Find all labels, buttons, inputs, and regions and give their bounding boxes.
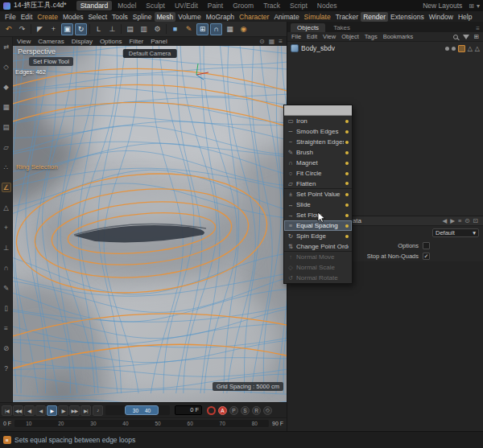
snap-mode-icon[interactable]: ∩ — [2, 263, 11, 273]
search-icon[interactable] — [453, 35, 458, 39]
current-frame-field[interactable]: 0 F — [175, 405, 202, 415]
options-dot-icon[interactable] — [345, 172, 349, 175]
separator[interactable] — [89, 24, 90, 34]
goto-end-button[interactable]: ▶| — [80, 405, 91, 416]
viewport-3d[interactable]: Perspective Set Flow Tool Edges: 462 Rin… — [13, 46, 287, 402]
view-settings-icon[interactable]: ≡ — [279, 38, 283, 45]
menu-item[interactable]: Extensions — [388, 12, 427, 22]
layout-tab[interactable]: Model — [114, 1, 140, 10]
prev-key-button[interactable]: ◀◀ — [13, 405, 23, 416]
context-menu-item[interactable]: ⇅ Change Point Order — [284, 241, 352, 252]
key-scale-icon[interactable]: S — [241, 406, 250, 415]
layout-tab[interactable]: Track — [259, 1, 284, 10]
viewport-menu-item[interactable]: Filter — [129, 38, 143, 45]
context-menu-item[interactable]: ▱ Flatten — [284, 179, 352, 189]
layout-tab[interactable]: Standard — [76, 1, 113, 10]
layers-icon[interactable]: ≡ — [2, 323, 11, 333]
redo-icon[interactable]: ↷ — [16, 23, 28, 35]
preview-range-handle[interactable]: 30 40 — [125, 405, 159, 415]
objects-menu-item[interactable]: View — [323, 33, 336, 40]
layout-tab[interactable]: Sculpt — [142, 1, 169, 10]
layout-tab[interactable]: Groom — [229, 1, 258, 10]
menu-item[interactable]: File — [2, 12, 19, 22]
scale-icon[interactable]: ▣ — [61, 23, 73, 35]
back-icon[interactable]: ◀ — [442, 217, 447, 224]
context-menu-item[interactable]: ◇ Normal Scale — [284, 262, 352, 273]
timeline-ruler[interactable]: 30 40 — [105, 405, 170, 415]
grid-icon[interactable]: ⊞ — [474, 33, 479, 40]
menu-item[interactable]: Animate — [271, 12, 301, 22]
next-key-button[interactable]: ▶▶ — [69, 405, 80, 416]
objects-menu-item[interactable]: Object — [341, 33, 359, 40]
attribute-checkbox[interactable] — [423, 242, 430, 249]
menu-item[interactable]: Tracker — [333, 12, 361, 22]
filter-icon[interactable] — [463, 35, 469, 39]
view-label[interactable]: Perspective — [18, 47, 56, 55]
lock-icon[interactable]: ⊘ — [2, 343, 11, 353]
phong-tag-icon[interactable] — [468, 45, 473, 52]
key-rotation-icon[interactable]: R — [252, 406, 261, 415]
visibility-dot-editor[interactable] — [445, 47, 449, 51]
sound-toggle-button[interactable]: ♪ — [93, 405, 103, 416]
workplane-mode-icon[interactable]: ▤ — [2, 122, 11, 132]
menu-item[interactable]: Help — [456, 12, 474, 22]
menu-item[interactable]: Edit — [19, 12, 35, 22]
object-axis-icon[interactable]: + — [2, 223, 11, 232]
undo-icon[interactable]: ↶ — [2, 23, 14, 35]
layout-tab[interactable]: Script — [286, 1, 312, 10]
context-menu-item[interactable]: ✎ Brush — [284, 147, 352, 158]
add-cube-icon[interactable]: ■ — [169, 23, 181, 35]
range-slider[interactable]: 1020304050607080 — [14, 420, 269, 427]
options-dot-icon[interactable] — [345, 162, 349, 165]
polygons-mode-icon[interactable]: △ — [2, 203, 11, 212]
goto-start-button[interactable]: |◀ — [2, 405, 12, 416]
separator[interactable] — [166, 24, 167, 34]
snap-icon[interactable]: ∩ — [210, 23, 222, 35]
context-menu-header[interactable] — [284, 105, 352, 116]
preset-dropdown[interactable]: Default ▾ — [432, 228, 479, 237]
context-menu-item[interactable]: − Straighten Edges — [284, 137, 352, 147]
record-icon[interactable]: ● — [207, 406, 216, 415]
lamp-icon[interactable]: ◉ — [237, 23, 250, 35]
panel-menu-icon[interactable]: ≡ — [476, 25, 480, 32]
menu-item[interactable]: Mesh — [155, 12, 176, 22]
camera-icon[interactable]: ⊙ — [259, 38, 265, 45]
mirror-icon[interactable]: ▯ — [2, 303, 11, 313]
subdivision-icon[interactable]: ⊞ — [196, 23, 208, 35]
layout-tab[interactable]: Paint — [204, 1, 227, 10]
help-icon[interactable]: ? — [2, 364, 11, 373]
options-dot-icon[interactable] — [345, 193, 349, 196]
viewport-menu-item[interactable]: Panel — [151, 38, 167, 45]
separator[interactable] — [121, 24, 122, 34]
layout-tab[interactable]: UV/Edit — [171, 1, 202, 10]
menu-item[interactable]: MoGraph — [204, 12, 237, 22]
pen-icon[interactable]: ✎ — [183, 23, 195, 35]
objects-menu-item[interactable]: Tags — [365, 33, 378, 40]
menu-item[interactable]: Create — [35, 12, 60, 22]
menu-item[interactable]: Modes — [60, 12, 86, 22]
normal-icon[interactable]: ⊥ — [2, 243, 11, 253]
uv-mode-icon[interactable]: ▱ — [2, 142, 11, 152]
options-dot-icon[interactable] — [345, 235, 349, 238]
viewport-menu-item[interactable]: Options — [100, 38, 122, 45]
attribute-checkbox[interactable] — [423, 253, 430, 260]
menu-item[interactable]: Simulate — [302, 12, 333, 22]
convert-selection-icon[interactable]: ⇄ — [2, 42, 11, 51]
coord-system-icon[interactable]: L — [93, 23, 105, 35]
grid-toggle-icon[interactable]: ▦ — [269, 38, 275, 45]
render-picture-viewer-icon[interactable]: ▥ — [138, 23, 150, 35]
objects-menu-item[interactable]: File — [291, 33, 301, 40]
points-mode-icon[interactable]: ∴ — [2, 162, 11, 172]
menu-item[interactable]: Spline — [130, 12, 155, 22]
render-settings-icon[interactable]: ⚙ — [151, 23, 163, 35]
context-menu-item[interactable]: ∩ Magnet — [284, 158, 352, 168]
layout-tab[interactable]: Nodes — [313, 1, 341, 10]
search-icon[interactable]: ⊙ — [464, 217, 469, 224]
context-menu-item[interactable]: ↻ Spin Edge — [284, 231, 352, 241]
render-view-icon[interactable]: ▤ — [124, 23, 136, 35]
menu-item[interactable]: Render — [361, 12, 388, 22]
key-position-icon[interactable]: P — [229, 406, 238, 415]
move-icon[interactable]: + — [47, 23, 60, 35]
chevron-down-icon[interactable]: ▾ — [477, 2, 480, 10]
live-selection-icon[interactable]: ◤ — [34, 23, 46, 35]
